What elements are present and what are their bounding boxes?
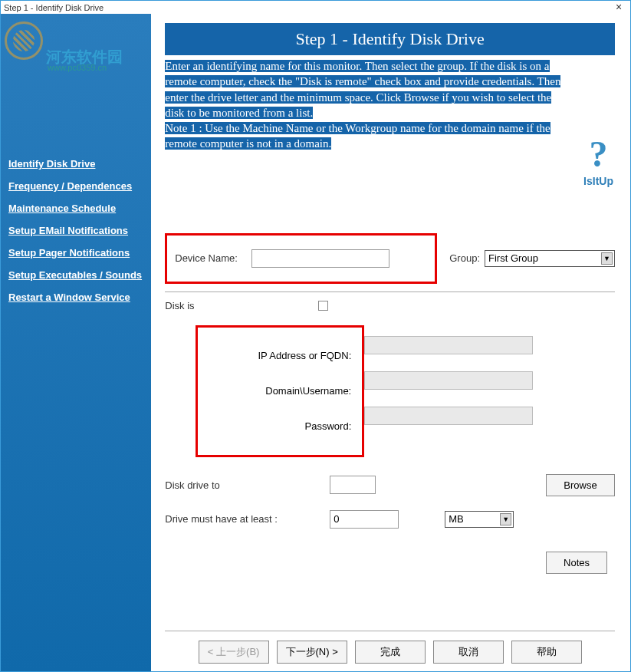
instructions: Enter an identifying name for this monit… bbox=[165, 58, 561, 152]
sidebar: 河东软件园 www.pc0359.cn Identify Disk Drive … bbox=[1, 14, 151, 671]
browse-button[interactable]: Browse bbox=[546, 474, 615, 496]
disk-drive-input[interactable] bbox=[330, 476, 376, 494]
finish-button[interactable]: 完成 bbox=[355, 641, 426, 664]
wizard-buttons: < 上一步(B) 下一步(N) > 完成 取消 帮助 bbox=[165, 631, 615, 664]
group-label: Group: bbox=[449, 252, 480, 264]
device-name-input[interactable] bbox=[251, 249, 389, 268]
remote-credentials-highlight: IP Address or FQDN: Domain\Username: Pas… bbox=[196, 325, 364, 457]
help-button[interactable]: 帮助 bbox=[511, 641, 582, 664]
disk-is-label: Disk is bbox=[165, 300, 318, 311]
window-title: Step 1 - Identify Disk Drive bbox=[4, 3, 104, 12]
cancel-button[interactable]: 取消 bbox=[433, 641, 504, 664]
nav-maintenance[interactable]: Maintenance Schedule bbox=[8, 203, 143, 214]
next-button[interactable]: 下一步(N) > bbox=[277, 641, 347, 664]
drive-min-unit-select[interactable]: MB bbox=[445, 511, 514, 528]
ip-label: IP Address or FQDN: bbox=[258, 350, 351, 361]
nav-list: Identify Disk Drive Frequency / Dependen… bbox=[8, 158, 143, 303]
nav-pager[interactable]: Setup Pager Notifications bbox=[8, 247, 143, 259]
nav-email[interactable]: Setup EMail Notifications bbox=[8, 225, 143, 236]
disk-drive-label: Disk drive to bbox=[165, 479, 330, 491]
notes-button[interactable]: Notes bbox=[546, 552, 607, 574]
close-icon[interactable]: × bbox=[607, 2, 630, 13]
nav-restart-service[interactable]: Restart a Window Service bbox=[8, 292, 143, 303]
password-label: Password: bbox=[305, 420, 352, 432]
device-name-label: Device Name: bbox=[175, 252, 238, 264]
nav-executables[interactable]: Setup Executables / Sounds bbox=[8, 269, 143, 281]
back-button[interactable]: < 上一步(B) bbox=[199, 641, 269, 664]
titlebar: Step 1 - Identify Disk Drive × bbox=[1, 1, 630, 14]
content-pane: Step 1 - Identify Disk Drive Enter an id… bbox=[151, 14, 630, 671]
group-select[interactable]: First Group bbox=[485, 250, 615, 267]
drive-min-input[interactable] bbox=[330, 510, 399, 529]
watermark-logo: 河东软件园 www.pc0359.cn bbox=[5, 21, 123, 72]
domain-user-label: Domain\Username: bbox=[265, 385, 351, 397]
nav-identify-disk[interactable]: Identify Disk Drive bbox=[8, 158, 143, 170]
ip-input[interactable] bbox=[364, 336, 533, 354]
drive-min-label: Drive must have at least : bbox=[165, 513, 330, 525]
isitup-logo: ? IsItUp bbox=[583, 133, 613, 187]
disk-is-remote-checkbox[interactable] bbox=[318, 301, 328, 311]
domain-user-input[interactable] bbox=[364, 371, 533, 390]
password-input[interactable] bbox=[364, 407, 533, 425]
device-name-highlight: Device Name: bbox=[165, 233, 437, 284]
nav-frequency[interactable]: Frequency / Dependences bbox=[8, 180, 143, 192]
question-icon: ? bbox=[583, 133, 613, 175]
page-title: Step 1 - Identify Disk Drive bbox=[165, 23, 615, 55]
